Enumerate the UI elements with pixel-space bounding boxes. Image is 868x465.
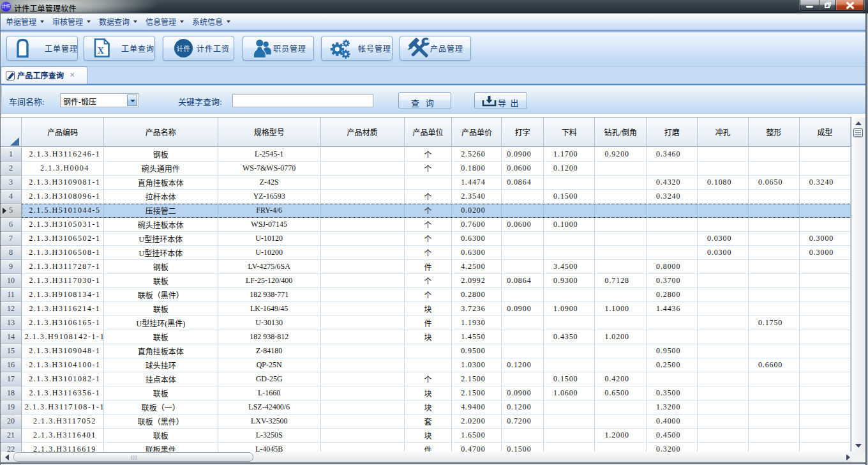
svg-text:计件: 计件 — [176, 45, 190, 52]
svg-text:X: X — [98, 46, 105, 56]
